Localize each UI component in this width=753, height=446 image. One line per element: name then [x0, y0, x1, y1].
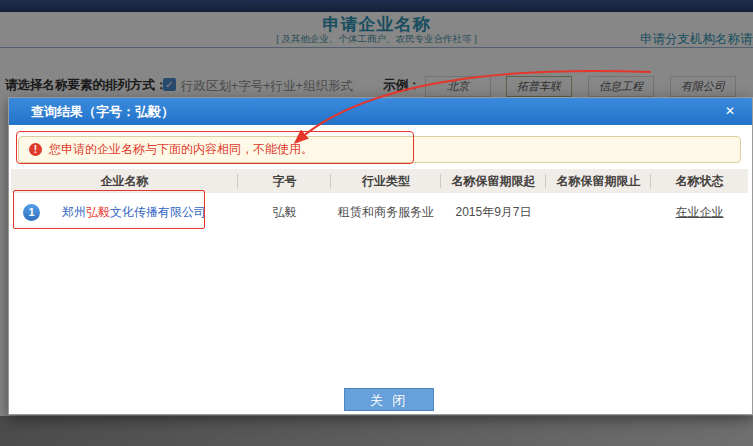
col-header-status: 名称状态	[651, 169, 748, 193]
company-name-prefix: 郑州	[62, 205, 86, 219]
cell-status: 在业企业	[651, 193, 748, 231]
cell-reserve-end	[546, 193, 651, 231]
company-name-highlight: 弘毅	[86, 205, 110, 219]
close-icon[interactable]: ✕	[720, 98, 740, 125]
col-header-reserve-start: 名称保留期限起	[441, 169, 546, 193]
table-row: 1 郑州弘毅文化传播有限公司 弘毅 租赁和商务服务业 2015年9月7日 在业企…	[11, 193, 748, 231]
col-header-tradename: 字号	[238, 169, 331, 193]
col-header-company: 企业名称	[11, 169, 238, 193]
status-link[interactable]: 在业企业	[676, 204, 724, 221]
warning-text: 您申请的企业名称与下面的内容相同，不能使用。	[49, 141, 313, 158]
result-table-header: 企业名称 字号 行业类型 名称保留期限起 名称保留期限止 名称状态	[11, 169, 748, 193]
col-header-reserve-end: 名称保留期限止	[546, 169, 651, 193]
duplicate-name-warning: ! 您申请的企业名称与下面的内容相同，不能使用。	[18, 136, 741, 163]
cell-industry: 租赁和商务服务业	[331, 193, 441, 231]
row-index-badge: 1	[23, 204, 40, 221]
query-result-modal: 查询结果（字号：弘毅） ✕ ! 您申请的企业名称与下面的内容相同，不能使用。 企…	[8, 97, 753, 415]
company-name-suffix: 文化传播有限公司	[110, 205, 206, 219]
col-header-industry: 行业类型	[331, 169, 441, 193]
company-name-link[interactable]: 郑州弘毅文化传播有限公司	[62, 204, 206, 221]
close-button[interactable]: 关 闭	[344, 388, 434, 411]
cell-reserve-start: 2015年9月7日	[441, 193, 546, 231]
cell-tradename: 弘毅	[238, 193, 331, 231]
cell-company-name: 1 郑州弘毅文化传播有限公司	[11, 193, 238, 231]
modal-title: 查询结果（字号：弘毅）	[9, 98, 752, 125]
warning-icon: !	[29, 143, 42, 156]
